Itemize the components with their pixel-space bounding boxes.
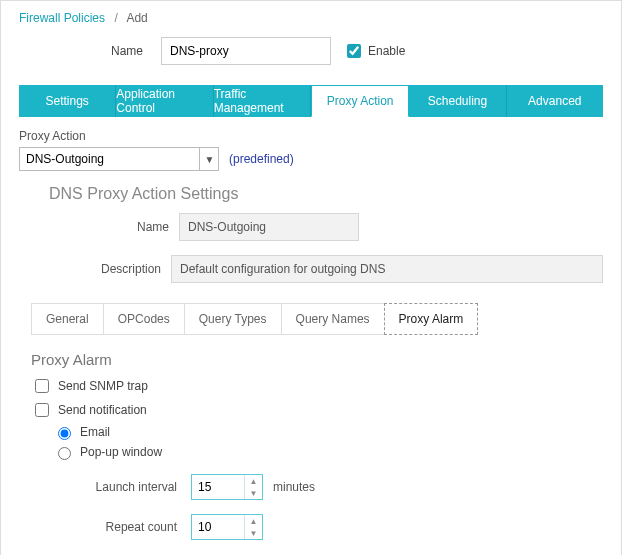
proxy-alarm-heading: Proxy Alarm <box>31 351 603 368</box>
action-description-row: Description <box>19 255 603 283</box>
action-name-input <box>179 213 359 241</box>
subtab-general[interactable]: General <box>31 303 103 335</box>
arrow-down-icon[interactable]: ▼ <box>245 487 262 499</box>
tab-traffic-management[interactable]: Traffic Management <box>214 85 311 117</box>
email-option: Email <box>53 424 603 440</box>
policy-name-input[interactable] <box>161 37 331 65</box>
repeat-count-spinner[interactable]: ▲ ▼ <box>191 514 263 540</box>
repeat-count-label: Repeat count <box>31 520 191 534</box>
proxy-alarm-body: Send SNMP trap Send notification Email P… <box>31 376 603 540</box>
subtab-opcodes[interactable]: OPCodes <box>103 303 184 335</box>
tab-advanced[interactable]: Advanced <box>507 85 603 117</box>
subtab-query-names[interactable]: Query Names <box>281 303 384 335</box>
proxy-action-select-wrap: ▼ <box>19 147 219 171</box>
enable-checkbox[interactable] <box>347 44 361 58</box>
arrow-up-icon[interactable]: ▲ <box>245 475 262 487</box>
action-name-label: Name <box>19 220 179 234</box>
dns-proxy-settings-heading: DNS Proxy Action Settings <box>49 185 603 203</box>
snmp-checkbox[interactable] <box>35 379 49 393</box>
spinner-arrows: ▲ ▼ <box>244 515 262 539</box>
spinner-arrows: ▲ ▼ <box>244 475 262 499</box>
firewall-policy-add-page: Firewall Policies / Add Name Enable Sett… <box>0 0 622 555</box>
launch-interval-row: Launch interval ▲ ▼ minutes <box>31 474 603 500</box>
notify-label: Send notification <box>58 403 147 417</box>
action-description-input <box>171 255 603 283</box>
proxy-action-label: Proxy Action <box>19 129 603 143</box>
notify-option: Send notification <box>31 400 603 420</box>
snmp-label: Send SNMP trap <box>58 379 148 393</box>
proxy-action-select[interactable] <box>19 147 219 171</box>
enable-checkbox-wrap[interactable]: Enable <box>343 41 405 61</box>
repeat-count-row: Repeat count ▲ ▼ <box>31 514 603 540</box>
name-label: Name <box>19 44 149 58</box>
arrow-up-icon[interactable]: ▲ <box>245 515 262 527</box>
breadcrumb-root-link[interactable]: Firewall Policies <box>19 11 105 25</box>
tab-application-control[interactable]: Application Control <box>116 85 213 117</box>
popup-label: Pop-up window <box>80 445 162 459</box>
breadcrumb-current: Add <box>126 11 147 25</box>
repeat-count-input[interactable] <box>192 515 244 539</box>
arrow-down-icon[interactable]: ▼ <box>245 527 262 539</box>
breadcrumb: Firewall Policies / Add <box>19 11 603 25</box>
launch-interval-input[interactable] <box>192 475 244 499</box>
snmp-option: Send SNMP trap <box>31 376 603 396</box>
launch-interval-unit: minutes <box>273 480 315 494</box>
email-radio[interactable] <box>58 427 71 440</box>
tab-proxy-action[interactable]: Proxy Action <box>311 85 409 117</box>
email-label: Email <box>80 425 110 439</box>
sub-tabs: General OPCodes Query Types Query Names … <box>31 303 603 335</box>
notify-checkbox[interactable] <box>35 403 49 417</box>
enable-label: Enable <box>368 44 405 58</box>
main-tabs: Settings Application Control Traffic Man… <box>19 85 603 117</box>
policy-name-row: Name Enable <box>19 37 603 65</box>
proxy-action-select-row: ▼ (predefined) <box>19 147 603 171</box>
popup-option: Pop-up window <box>53 444 603 460</box>
breadcrumb-separator: / <box>114 11 117 25</box>
tab-settings[interactable]: Settings <box>19 85 116 117</box>
action-description-label: Description <box>19 262 171 276</box>
subtab-query-types[interactable]: Query Types <box>184 303 281 335</box>
predefined-indicator: (predefined) <box>229 152 294 166</box>
tab-scheduling[interactable]: Scheduling <box>409 85 506 117</box>
action-name-row: Name <box>19 213 603 241</box>
popup-radio[interactable] <box>58 447 71 460</box>
subtab-proxy-alarm[interactable]: Proxy Alarm <box>384 303 479 335</box>
launch-interval-spinner[interactable]: ▲ ▼ <box>191 474 263 500</box>
launch-interval-label: Launch interval <box>31 480 191 494</box>
